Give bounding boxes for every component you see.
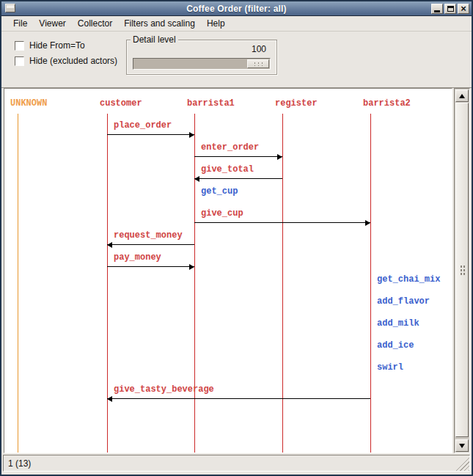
- arrow-up-icon: [459, 94, 465, 98]
- app-window: Coffee Order (filter: all) × File Viewer…: [0, 0, 473, 476]
- detail-level-slider-handle[interactable]: [247, 59, 269, 68]
- hide-from-to-checkbox[interactable]: [15, 41, 24, 51]
- maximize-icon: [447, 6, 454, 12]
- event-arrow-enter_order[interactable]: [194, 156, 282, 157]
- menu-filters-and-scaling[interactable]: Filters and scaling: [118, 16, 201, 31]
- arrowhead-icon: [107, 396, 112, 402]
- menu-collector[interactable]: Collector: [72, 16, 118, 31]
- lifeline-register: [282, 114, 283, 453]
- event-label-get_cup[interactable]: get_cup: [201, 186, 238, 197]
- event-arrow-pay_money[interactable]: [107, 266, 194, 267]
- arrowhead-icon: [277, 154, 282, 160]
- arrow-down-icon: [459, 444, 465, 448]
- event-arrow-give_tasty_beverage[interactable]: [107, 398, 370, 399]
- hide-from-to-label: Hide From=To: [29, 40, 85, 51]
- detail-level-group: Detail level 100: [126, 40, 277, 75]
- event-label-place_order[interactable]: place_order: [114, 120, 172, 131]
- arrowhead-icon: [365, 220, 370, 226]
- vertical-scrollbar[interactable]: [454, 88, 470, 453]
- grip-dots-icon: [460, 265, 465, 276]
- actor-label-unknown[interactable]: UNKNOWN: [10, 98, 47, 109]
- event-label-add_flavor[interactable]: add_flavor: [377, 296, 430, 307]
- close-icon: ×: [461, 5, 466, 12]
- actor-label-register[interactable]: register: [275, 98, 318, 109]
- scrollbar-thumb[interactable]: [455, 103, 469, 437]
- minimize-button[interactable]: [431, 4, 443, 14]
- arrowhead-icon: [107, 242, 112, 248]
- actor-label-barrista2[interactable]: barrista2: [363, 98, 411, 109]
- event-label-pay_money[interactable]: pay_money: [114, 252, 161, 263]
- window-controls: ×: [431, 4, 469, 14]
- status-bar: 1 (13): [3, 455, 470, 472]
- actor-label-customer[interactable]: customer: [100, 98, 142, 109]
- hide-excluded-label: Hide (excluded actors): [29, 56, 117, 66]
- title-bar[interactable]: Coffee Order (filter: all) ×: [1, 1, 472, 16]
- lifeline-barrista2: [370, 114, 371, 453]
- menu-help[interactable]: Help: [201, 16, 231, 31]
- event-label-add_ice[interactable]: add_ice: [377, 340, 414, 351]
- minimize-icon: [434, 10, 440, 12]
- event-arrow-give_total[interactable]: [194, 178, 282, 179]
- sequence-diagram-canvas: UNKNOWNcustomerbarrista1registerbarrista…: [4, 88, 452, 453]
- hide-excluded-row: Hide (excluded actors): [15, 56, 117, 66]
- event-arrow-give_cup[interactable]: [194, 222, 370, 223]
- close-button[interactable]: ×: [458, 4, 469, 14]
- scroll-down-button[interactable]: [455, 439, 469, 452]
- actor-label-barrista1[interactable]: barrista1: [187, 98, 235, 109]
- maximize-button[interactable]: [444, 4, 456, 14]
- detail-level-value: 100: [252, 44, 266, 54]
- lifeline-barrista1: [194, 114, 195, 453]
- grip-dots-icon: [253, 62, 263, 66]
- resize-grip[interactable]: [455, 456, 469, 471]
- arrowhead-icon: [189, 264, 194, 270]
- event-label-give_tasty_beverage[interactable]: give_tasty_beverage: [114, 384, 214, 395]
- control-panel: Hide From=To Hide (excluded actors) Deta…: [1, 32, 472, 88]
- arrowhead-icon: [194, 176, 199, 182]
- status-text: 1 (13): [8, 458, 31, 469]
- event-label-add_milk[interactable]: add_milk: [377, 318, 419, 329]
- event-arrow-place_order[interactable]: [107, 134, 194, 135]
- hide-from-to-row: Hide From=To: [15, 40, 85, 51]
- hide-excluded-checkbox[interactable]: [15, 56, 24, 66]
- event-label-swirl[interactable]: swirl: [377, 362, 403, 373]
- menu-bar: File Viewer Collector Filters and scalin…: [1, 16, 472, 32]
- menu-viewer[interactable]: Viewer: [33, 16, 71, 31]
- event-label-enter_order[interactable]: enter_order: [201, 142, 259, 153]
- window-menu-icon[interactable]: [5, 4, 15, 12]
- window-title: Coffee Order (filter: all): [1, 4, 472, 14]
- event-label-get_chai_mix[interactable]: get_chai_mix: [377, 274, 440, 285]
- event-label-give_cup[interactable]: give_cup: [201, 208, 243, 219]
- detail-level-legend: Detail level: [131, 34, 178, 45]
- menu-file[interactable]: File: [7, 16, 33, 31]
- lifeline-unknown: [18, 114, 18, 453]
- event-arrow-request_money[interactable]: [107, 244, 194, 245]
- detail-level-slider[interactable]: [133, 58, 271, 70]
- scroll-up-button[interactable]: [455, 89, 469, 102]
- event-label-request_money[interactable]: request_money: [114, 230, 183, 241]
- arrowhead-icon: [189, 132, 194, 138]
- event-label-give_total[interactable]: give_total: [201, 164, 254, 175]
